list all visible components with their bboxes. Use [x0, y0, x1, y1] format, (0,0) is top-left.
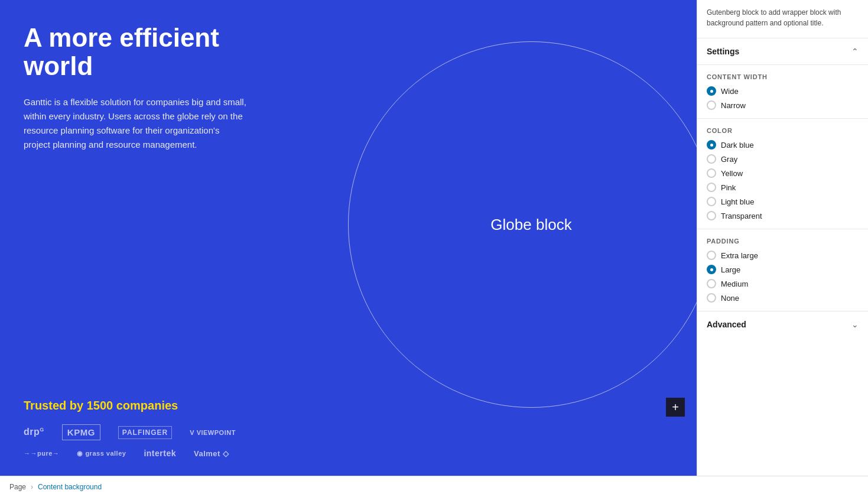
logo-drp: drpG — [24, 427, 44, 437]
padding-label: PADDING — [707, 238, 859, 245]
color-yellow-label: Yellow — [721, 169, 743, 178]
padding-large-option[interactable]: Large — [707, 265, 859, 274]
padding-extra-large-option[interactable]: Extra large — [707, 251, 859, 260]
color-dark-blue-radio[interactable] — [707, 140, 716, 150]
width-narrow-option[interactable]: Narrow — [707, 100, 859, 110]
advanced-chevron-icon: ⌄ — [851, 320, 859, 329]
width-wide-option[interactable]: Wide — [707, 86, 859, 96]
padding-none-radio[interactable] — [707, 293, 716, 303]
color-gray-radio[interactable] — [707, 154, 716, 164]
color-gray-option[interactable]: Gray — [707, 154, 859, 164]
hero-title: A more efficient world — [24, 24, 272, 81]
sidebar-description: Gutenberg block to add wrapper block wit… — [697, 0, 868, 38]
color-label: COLOR — [707, 127, 859, 134]
advanced-section[interactable]: Advanced ⌄ — [697, 311, 868, 337]
logo-pure: →→pure→ — [24, 450, 59, 457]
color-light-blue-radio[interactable] — [707, 197, 716, 206]
width-narrow-label: Narrow — [721, 101, 746, 110]
hero-section: A more efficient world Ganttic is a flex… — [24, 24, 673, 387]
logos-row-2: →→pure→ ◉ grass valley intertek Valmet ◇ — [24, 449, 673, 458]
color-transparent-label: Transparent — [721, 212, 762, 220]
color-dark-blue-label: Dark blue — [721, 141, 754, 150]
padding-medium-label: Medium — [721, 280, 748, 288]
settings-header[interactable]: Settings ⌃ — [697, 38, 868, 65]
add-block-button[interactable]: + — [666, 398, 685, 417]
color-section: COLOR Dark blue Gray Yellow Pink Light b… — [697, 119, 868, 229]
content-width-label: CONTENT WIDTH — [707, 73, 859, 80]
color-pink-option[interactable]: Pink — [707, 183, 859, 192]
color-gray-label: Gray — [721, 155, 737, 164]
width-wide-label: Wide — [721, 87, 739, 96]
padding-none-option[interactable]: None — [707, 293, 859, 303]
padding-section: PADDING Extra large Large Medium None — [697, 229, 868, 311]
color-yellow-option[interactable]: Yellow — [707, 168, 859, 178]
padding-medium-option[interactable]: Medium — [707, 279, 859, 288]
logo-kpmg: KPMG — [62, 424, 100, 440]
hero-text: A more efficient world Ganttic is a flex… — [24, 24, 272, 152]
color-light-blue-option[interactable]: Light blue — [707, 197, 859, 206]
width-wide-radio[interactable] — [707, 86, 716, 96]
content-area: A more efficient world Ganttic is a flex… — [0, 0, 697, 476]
logos-row-1: drpG KPMG PALFINGER V VIEWPOINT — [24, 424, 673, 440]
logo-viewpoint: V VIEWPOINT — [190, 429, 236, 436]
settings-chevron-icon: ⌃ — [851, 47, 859, 56]
padding-large-label: Large — [721, 265, 740, 274]
color-pink-label: Pink — [721, 183, 736, 192]
settings-panel-title: Settings — [707, 47, 739, 56]
globe-circle: Globe block — [348, 41, 697, 408]
main-layout: A more efficient world Ganttic is a flex… — [0, 0, 868, 476]
color-yellow-radio[interactable] — [707, 168, 716, 178]
padding-medium-radio[interactable] — [707, 279, 716, 288]
breadcrumb-page[interactable]: Page — [9, 483, 26, 491]
padding-large-radio[interactable] — [707, 265, 716, 274]
breadcrumb-current: Content background — [38, 483, 102, 491]
logos-grid: drpG KPMG PALFINGER V VIEWPOINT →→pure→ … — [24, 424, 673, 458]
logo-grass-valley: ◉ grass valley — [77, 450, 126, 457]
color-dark-blue-option[interactable]: Dark blue — [707, 140, 859, 150]
padding-extra-large-label: Extra large — [721, 251, 758, 260]
color-light-blue-label: Light blue — [721, 197, 754, 206]
globe-container: Globe block — [330, 24, 697, 425]
breadcrumb-chevron-icon: › — [31, 483, 33, 491]
content-width-section: CONTENT WIDTH Wide Narrow — [697, 65, 868, 119]
logo-intertek: intertek — [144, 449, 176, 458]
color-transparent-radio[interactable] — [707, 211, 716, 220]
logo-valmet: Valmet ◇ — [194, 449, 229, 458]
settings-sidebar: Gutenberg block to add wrapper block wit… — [697, 0, 868, 476]
padding-none-label: None — [721, 294, 739, 303]
padding-extra-large-radio[interactable] — [707, 251, 716, 260]
color-pink-radio[interactable] — [707, 183, 716, 192]
logo-palfinger: PALFINGER — [118, 426, 172, 439]
globe-label: Globe block — [490, 216, 571, 234]
color-transparent-option[interactable]: Transparent — [707, 211, 859, 220]
hero-description: Ganttic is a flexible solution for compa… — [24, 95, 248, 152]
breadcrumb-bar: Page › Content background — [0, 476, 868, 497]
width-narrow-radio[interactable] — [707, 100, 716, 110]
advanced-title: Advanced — [707, 320, 746, 329]
